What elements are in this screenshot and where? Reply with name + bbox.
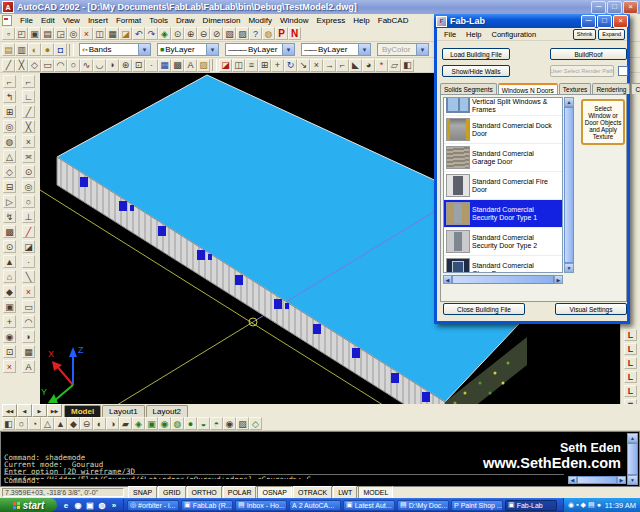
side-tool-icon[interactable]: ◎ (3, 120, 16, 133)
toolbar-icon[interactable]: ↷ (145, 27, 158, 40)
side-tool-icon[interactable]: ⊞ (3, 105, 16, 118)
ucs-tool-icon[interactable]: L (624, 343, 637, 355)
tab-scroll-arrow[interactable]: ▶ (32, 404, 47, 417)
layout-tab[interactable]: Model (64, 405, 101, 417)
scroll-thumb[interactable] (452, 275, 554, 284)
toolbar-icon[interactable]: ↶ (132, 27, 145, 40)
solids-tool-icon[interactable]: ◇ (249, 417, 262, 430)
chevron-down-icon[interactable]: ▼ (358, 44, 370, 55)
solids-tool-icon[interactable]: △ (41, 417, 54, 430)
minimize-button[interactable]: ─ (591, 1, 606, 14)
door-list-item[interactable]: Standard Comercial Security Door Type 1 (444, 200, 562, 228)
draw-tool-icon[interactable]: ⊛ (119, 59, 132, 72)
solids-tool-icon[interactable]: ◧ (2, 417, 15, 430)
task-button[interactable]: ◎#orbiter - i... (127, 500, 179, 511)
solids-tool-icon[interactable]: ◉ (158, 417, 171, 430)
modify-tool-icon[interactable]: * (375, 59, 388, 72)
scroll-right-icon[interactable]: ▶ (617, 476, 626, 484)
modify-tool-icon[interactable]: ⊞ (258, 59, 271, 72)
layer-combo[interactable]: ByColor▼ (377, 43, 429, 56)
task-button[interactable]: PPaint Shop ... (451, 500, 503, 511)
toolbar-icon[interactable]: ▨ (236, 27, 249, 40)
task-button[interactable]: ▣FabLab (R... (181, 500, 233, 511)
ucs-tool-icon[interactable]: L (624, 357, 637, 369)
tray-icon[interactable]: ● (597, 501, 601, 509)
toolbar-icon[interactable]: ◫ (93, 27, 106, 40)
tab-scroll-arrow[interactable]: ▶▶ (47, 404, 62, 417)
side-tool-icon[interactable]: ╲ (22, 270, 35, 283)
modify-tool-icon[interactable]: ⌐ (336, 59, 349, 72)
modify-tool-icon[interactable]: ◕ (362, 59, 375, 72)
layer-toolbar-icon[interactable]: ▥ (15, 43, 28, 56)
draw-tool-icon[interactable]: ▭ (41, 59, 54, 72)
side-tool-icon[interactable]: ⊙ (22, 165, 35, 178)
layer-toolbar-icon[interactable]: ◐ (28, 43, 41, 56)
side-tool-icon[interactable]: ▲ (3, 255, 16, 268)
side-tool-icon[interactable]: ∟ (22, 90, 35, 103)
chevron-down-icon[interactable]: ▼ (282, 44, 294, 55)
toolbar-icon[interactable]: ⊘ (210, 27, 223, 40)
side-tool-icon[interactable]: ◠ (22, 315, 35, 328)
task-button[interactable]: ▤D:\My Doc... (397, 500, 449, 511)
side-tool-icon[interactable]: ▷ (3, 195, 16, 208)
chevron-down-icon[interactable]: ▼ (416, 44, 428, 55)
task-button[interactable]: ▤Inbox - Ho... (235, 500, 287, 511)
door-list-item[interactable]: Standard Comercial Dock Door (444, 116, 562, 144)
solids-tool-icon[interactable]: ● (184, 417, 197, 430)
draw-tool-icon[interactable]: · (145, 59, 158, 72)
solids-tool-icon[interactable]: ◔ (28, 417, 41, 430)
modify-tool-icon[interactable]: + (271, 59, 284, 72)
side-tool-icon[interactable]: ≍ (22, 150, 35, 163)
side-tool-icon[interactable]: A (22, 360, 35, 373)
side-tool-icon[interactable]: ⌐ (22, 75, 35, 88)
command-scrollbar[interactable]: ▲ ▼ (627, 433, 638, 485)
visual-settings-button[interactable]: Visual Settings (555, 303, 627, 315)
scroll-down-icon[interactable]: ▼ (564, 263, 574, 273)
door-list-item[interactable]: Standard Comercial Fire Door (444, 172, 562, 200)
toolbar-icon[interactable]: ⊖ (197, 27, 210, 40)
draw-tool-icon[interactable]: ⊡ (132, 59, 145, 72)
modify-tool-icon[interactable]: ◣ (349, 59, 362, 72)
quick-launch-icon[interactable]: ◍ (97, 500, 107, 510)
draw-tool-icon[interactable]: ▦ (158, 59, 171, 72)
scroll-down-icon[interactable]: ▼ (627, 475, 638, 485)
layout-tab[interactable]: Layout1 (102, 405, 144, 417)
toolbar-icon[interactable]: ◰ (15, 27, 28, 40)
show-hide-walls-button[interactable]: Show/Hide Walls (442, 65, 510, 77)
door-list[interactable]: Standard Comercial Vertical Split Window… (443, 97, 563, 273)
dialog-menu-item[interactable]: Help (461, 30, 486, 39)
modify-tool-icon[interactable]: ▱ (388, 59, 401, 72)
dialog-menu-item[interactable]: Configuration (487, 30, 542, 39)
side-tool-icon[interactable]: ▣ (3, 300, 16, 313)
menu-item[interactable]: Dimension (199, 16, 245, 25)
maximize-button[interactable]: □ (607, 1, 622, 14)
scroll-left-icon[interactable]: ◀ (443, 275, 452, 284)
toolbar-icon[interactable]: ▤ (41, 27, 54, 40)
layer-toolbar-icon[interactable]: ● (41, 43, 54, 56)
solids-tool-icon[interactable]: ○ (15, 417, 28, 430)
shrink-button[interactable]: Shrink (573, 29, 597, 40)
modify-tool-icon[interactable]: ◫ (232, 59, 245, 72)
side-tool-icon[interactable]: ◇ (3, 165, 16, 178)
menu-item[interactable]: Window (276, 16, 312, 25)
menu-item[interactable]: Format (112, 16, 145, 25)
quick-launch-icon[interactable]: e (61, 500, 71, 510)
toolbar-icon[interactable]: ◍ (262, 27, 275, 40)
tray-icon[interactable]: ▤ (588, 501, 595, 509)
side-tool-icon[interactable]: × (22, 285, 35, 298)
solids-tool-icon[interactable]: ◉ (223, 417, 236, 430)
solids-tool-icon[interactable]: ◍ (171, 417, 184, 430)
ucs-tool-icon[interactable]: L (624, 385, 637, 397)
close-building-file-button[interactable]: Close Building File (443, 303, 525, 315)
toolbar-icon[interactable]: ? (249, 27, 262, 40)
toolbar-icon[interactable]: ◲ (54, 27, 67, 40)
command-window[interactable]: Command: shademodeCurrent mode: GouraudE… (0, 431, 640, 487)
side-tool-icon[interactable]: ▩ (3, 225, 16, 238)
side-tool-icon[interactable]: ◆ (3, 285, 16, 298)
quick-launch-icon[interactable]: ▣ (85, 500, 95, 510)
door-list-item[interactable]: Standard Comercial Security Door Type 2 (444, 228, 562, 256)
close-button[interactable]: × (623, 1, 638, 14)
dialog-maximize-button[interactable]: □ (597, 15, 612, 28)
draw-tool-icon[interactable]: ∿ (80, 59, 93, 72)
scroll-up-icon[interactable]: ▲ (627, 433, 638, 443)
